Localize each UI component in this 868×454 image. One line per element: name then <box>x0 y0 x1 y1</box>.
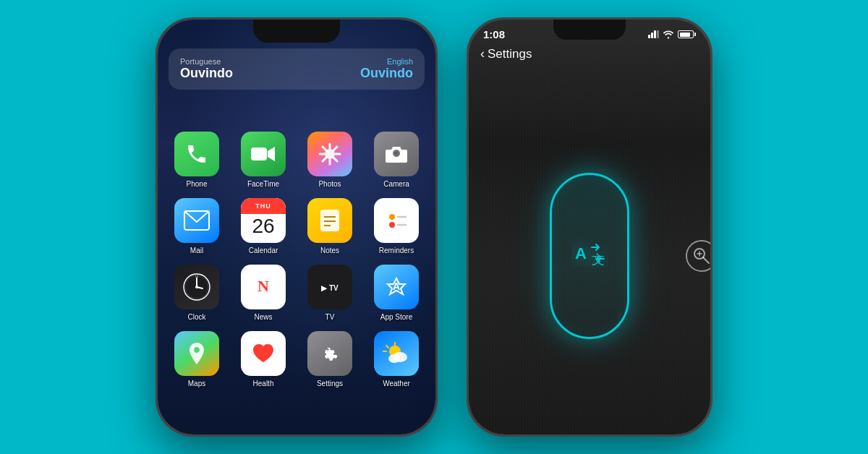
svg-point-37 <box>388 354 400 363</box>
reminders-icon <box>374 198 419 243</box>
phone-icon <box>174 132 219 176</box>
app-camera[interactable]: Camera <box>368 132 425 188</box>
phones-container: Portuguese Ouvindo English Ouvindo Phone <box>0 0 868 454</box>
zoom-icon <box>692 246 710 266</box>
svg-marker-1 <box>268 147 275 161</box>
status-time: 1:08 <box>483 28 505 40</box>
app-tv[interactable]: ▶ TV TV <box>302 265 358 321</box>
settings-title: Settings <box>488 47 532 61</box>
left-screen: Portuguese Ouvindo English Ouvindo Phone <box>158 20 435 434</box>
photos-icon <box>307 132 352 176</box>
zoom-icon-container[interactable] <box>686 240 710 272</box>
svg-text:N: N <box>258 277 269 295</box>
calendar-icon: THU 26 <box>241 198 286 243</box>
mail-label: Mail <box>190 247 203 254</box>
svg-text:12: 12 <box>195 275 199 278</box>
photos-label: Photos <box>318 180 341 188</box>
app-notes[interactable]: Notes <box>302 198 358 254</box>
wifi-icon <box>663 30 674 39</box>
signal-bars-icon <box>648 30 659 38</box>
phone-left: Portuguese Ouvindo English Ouvindo Phone <box>156 17 438 437</box>
svg-point-18 <box>389 214 395 220</box>
app-grid: Phone FaceTime <box>169 132 425 387</box>
app-maps[interactable]: Maps <box>169 331 225 387</box>
clock-icon: 12 <box>174 265 219 309</box>
news-label: News <box>254 313 272 321</box>
app-phone[interactable]: Phone <box>169 132 225 188</box>
svg-text:A: A <box>393 280 400 292</box>
app-weather[interactable]: Weather <box>368 331 425 387</box>
app-reminders[interactable]: Reminders <box>368 198 425 254</box>
translator-oval-container[interactable]: A 文 <box>517 140 662 372</box>
svg-line-34 <box>386 346 388 348</box>
health-icon <box>241 331 286 376</box>
svg-line-8 <box>333 158 337 161</box>
app-photos[interactable]: Photos <box>302 132 358 188</box>
back-chevron-icon: ‹ <box>480 46 485 61</box>
camera-icon <box>374 132 419 176</box>
app-health[interactable]: Health <box>235 331 292 387</box>
portuguese-status: Ouvindo <box>180 66 233 81</box>
nav-bar: ‹ Settings <box>469 40 710 67</box>
notes-label: Notes <box>320 247 339 254</box>
weather-label: Weather <box>383 380 410 387</box>
svg-rect-0 <box>251 147 267 160</box>
svg-line-10 <box>323 158 326 161</box>
notes-icon <box>307 198 352 243</box>
calendar-day: 26 <box>252 215 274 238</box>
weather-icon <box>374 331 419 376</box>
right-screen: 1:08 🔒 <box>469 20 710 434</box>
maps-icon <box>174 331 219 376</box>
banner-portuguese-side: Portuguese Ouvindo <box>180 57 233 81</box>
svg-text:文: 文 <box>592 252 605 267</box>
appstore-label: App Store <box>380 313 412 321</box>
svg-point-19 <box>389 222 395 228</box>
svg-point-26 <box>195 286 198 288</box>
translator-main: A 文 <box>469 77 710 434</box>
svg-line-7 <box>323 147 326 150</box>
phone-label: Phone <box>187 180 208 188</box>
translator-oval: A 文 <box>550 173 629 339</box>
svg-line-41 <box>703 257 709 263</box>
app-clock[interactable]: 12 Clock <box>169 265 225 321</box>
battery-icon <box>678 30 696 38</box>
camera-label: Camera <box>383 180 409 188</box>
app-settings[interactable]: Settings <box>302 331 358 387</box>
english-label: English <box>387 57 413 66</box>
settings-label: Settings <box>317 380 343 387</box>
svg-text:A: A <box>575 244 587 262</box>
phone-right: 1:08 🔒 <box>467 17 712 437</box>
calendar-header: THU <box>241 198 286 214</box>
reminders-label: Reminders <box>379 247 414 254</box>
translation-banner[interactable]: Portuguese Ouvindo English Ouvindo <box>169 48 425 90</box>
tv-label: TV <box>326 313 335 321</box>
mail-icon <box>174 198 219 243</box>
svg-line-9 <box>333 147 337 150</box>
app-facetime[interactable]: FaceTime <box>235 132 292 188</box>
settings-icon <box>307 331 352 376</box>
status-bar: 1:08 🔒 <box>469 20 710 40</box>
app-appstore[interactable]: A App Store <box>368 265 425 321</box>
svg-rect-17 <box>386 210 407 231</box>
svg-text:▶ TV: ▶ TV <box>321 284 339 292</box>
english-status: Ouvindo <box>360 66 413 81</box>
calendar-label: Calendar <box>249 247 278 254</box>
news-icon: N <box>241 265 286 309</box>
portuguese-label: Portuguese <box>180 57 233 66</box>
banner-english-side: English Ouvindo <box>360 57 413 81</box>
translator-icon: A 文 <box>571 239 608 274</box>
health-label: Health <box>253 380 274 387</box>
app-news[interactable]: N News <box>235 265 292 321</box>
tv-icon: ▶ TV <box>307 265 352 309</box>
svg-point-11 <box>394 151 399 155</box>
app-calendar[interactable]: THU 26 Calendar <box>235 198 292 254</box>
facetime-label: FaceTime <box>247 180 279 188</box>
app-mail[interactable]: Mail <box>169 198 225 254</box>
clock-label: Clock <box>187 313 205 321</box>
status-icons <box>648 30 696 39</box>
appstore-icon: A <box>374 265 419 309</box>
maps-label: Maps <box>188 380 205 387</box>
back-button[interactable]: ‹ Settings <box>480 46 532 61</box>
facetime-icon <box>241 132 286 176</box>
